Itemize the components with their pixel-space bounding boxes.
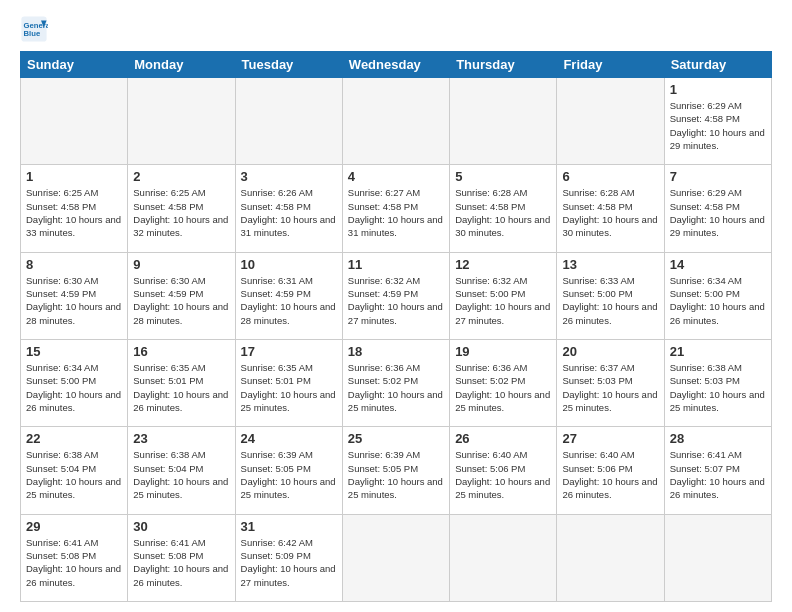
calendar-week-row-3: 8Sunrise: 6:30 AM Sunset: 4:59 PM Daylig… [21, 252, 772, 339]
day-number: 4 [348, 169, 444, 184]
header: General Blue [20, 15, 772, 43]
calendar-cell-2-6: 6Sunrise: 6:28 AM Sunset: 4:58 PM Daylig… [557, 165, 664, 252]
calendar-cell-5-6: 27Sunrise: 6:40 AM Sunset: 5:06 PM Dayli… [557, 427, 664, 514]
calendar-cell-2-3: 3Sunrise: 6:26 AM Sunset: 4:58 PM Daylig… [235, 165, 342, 252]
calendar-cell-6-5 [450, 514, 557, 601]
calendar-cell-1-6 [557, 78, 664, 165]
day-number: 12 [455, 257, 551, 272]
day-number: 21 [670, 344, 766, 359]
day-info: Sunrise: 6:32 AM Sunset: 4:59 PM Dayligh… [348, 274, 444, 327]
day-number: 26 [455, 431, 551, 446]
calendar-cell-1-3 [235, 78, 342, 165]
calendar-week-row-6: 29Sunrise: 6:41 AM Sunset: 5:08 PM Dayli… [21, 514, 772, 601]
svg-text:Blue: Blue [24, 29, 41, 38]
day-info: Sunrise: 6:34 AM Sunset: 5:00 PM Dayligh… [26, 361, 122, 414]
day-info: Sunrise: 6:31 AM Sunset: 4:59 PM Dayligh… [241, 274, 337, 327]
day-number: 1 [670, 82, 766, 97]
calendar-cell-6-4 [342, 514, 449, 601]
calendar-cell-2-4: 4Sunrise: 6:27 AM Sunset: 4:58 PM Daylig… [342, 165, 449, 252]
day-number: 29 [26, 519, 122, 534]
day-number: 30 [133, 519, 229, 534]
day-info: Sunrise: 6:34 AM Sunset: 5:00 PM Dayligh… [670, 274, 766, 327]
day-info: Sunrise: 6:38 AM Sunset: 5:04 PM Dayligh… [133, 448, 229, 501]
day-number: 25 [348, 431, 444, 446]
day-info: Sunrise: 6:38 AM Sunset: 5:04 PM Dayligh… [26, 448, 122, 501]
day-number: 7 [670, 169, 766, 184]
day-info: Sunrise: 6:41 AM Sunset: 5:07 PM Dayligh… [670, 448, 766, 501]
calendar-cell-3-2: 9Sunrise: 6:30 AM Sunset: 4:59 PM Daylig… [128, 252, 235, 339]
calendar-cell-2-5: 5Sunrise: 6:28 AM Sunset: 4:58 PM Daylig… [450, 165, 557, 252]
calendar-cell-4-4: 18Sunrise: 6:36 AM Sunset: 5:02 PM Dayli… [342, 339, 449, 426]
day-number: 24 [241, 431, 337, 446]
day-number: 16 [133, 344, 229, 359]
day-info: Sunrise: 6:25 AM Sunset: 4:58 PM Dayligh… [133, 186, 229, 239]
calendar-cell-1-1 [21, 78, 128, 165]
day-number: 3 [241, 169, 337, 184]
calendar-cell-4-2: 16Sunrise: 6:35 AM Sunset: 5:01 PM Dayli… [128, 339, 235, 426]
day-number: 13 [562, 257, 658, 272]
day-info: Sunrise: 6:30 AM Sunset: 4:59 PM Dayligh… [26, 274, 122, 327]
calendar-cell-3-4: 11Sunrise: 6:32 AM Sunset: 4:59 PM Dayli… [342, 252, 449, 339]
calendar-week-row-1: 1Sunrise: 6:29 AM Sunset: 4:58 PM Daylig… [21, 78, 772, 165]
day-info: Sunrise: 6:41 AM Sunset: 5:08 PM Dayligh… [26, 536, 122, 589]
day-number: 23 [133, 431, 229, 446]
calendar-cell-4-1: 15Sunrise: 6:34 AM Sunset: 5:00 PM Dayli… [21, 339, 128, 426]
calendar-header-monday: Monday [128, 52, 235, 78]
calendar-cell-1-5 [450, 78, 557, 165]
day-number: 8 [26, 257, 122, 272]
calendar-cell-5-2: 23Sunrise: 6:38 AM Sunset: 5:04 PM Dayli… [128, 427, 235, 514]
calendar-week-row-4: 15Sunrise: 6:34 AM Sunset: 5:00 PM Dayli… [21, 339, 772, 426]
day-number: 11 [348, 257, 444, 272]
calendar-header-saturday: Saturday [664, 52, 771, 78]
calendar-cell-5-7: 28Sunrise: 6:41 AM Sunset: 5:07 PM Dayli… [664, 427, 771, 514]
day-number: 1 [26, 169, 122, 184]
day-info: Sunrise: 6:29 AM Sunset: 4:58 PM Dayligh… [670, 99, 766, 152]
calendar-cell-2-2: 2Sunrise: 6:25 AM Sunset: 4:58 PM Daylig… [128, 165, 235, 252]
day-number: 15 [26, 344, 122, 359]
calendar-cell-5-4: 25Sunrise: 6:39 AM Sunset: 5:05 PM Dayli… [342, 427, 449, 514]
calendar-cell-3-1: 8Sunrise: 6:30 AM Sunset: 4:59 PM Daylig… [21, 252, 128, 339]
day-info: Sunrise: 6:28 AM Sunset: 4:58 PM Dayligh… [562, 186, 658, 239]
day-info: Sunrise: 6:39 AM Sunset: 5:05 PM Dayligh… [241, 448, 337, 501]
day-number: 10 [241, 257, 337, 272]
calendar-header-thursday: Thursday [450, 52, 557, 78]
calendar-cell-6-6 [557, 514, 664, 601]
calendar-cell-2-1: 1Sunrise: 6:25 AM Sunset: 4:58 PM Daylig… [21, 165, 128, 252]
day-info: Sunrise: 6:26 AM Sunset: 4:58 PM Dayligh… [241, 186, 337, 239]
day-number: 19 [455, 344, 551, 359]
calendar-week-row-5: 22Sunrise: 6:38 AM Sunset: 5:04 PM Dayli… [21, 427, 772, 514]
calendar-cell-3-3: 10Sunrise: 6:31 AM Sunset: 4:59 PM Dayli… [235, 252, 342, 339]
day-info: Sunrise: 6:29 AM Sunset: 4:58 PM Dayligh… [670, 186, 766, 239]
day-info: Sunrise: 6:27 AM Sunset: 4:58 PM Dayligh… [348, 186, 444, 239]
day-info: Sunrise: 6:35 AM Sunset: 5:01 PM Dayligh… [133, 361, 229, 414]
page: General Blue SundayMondayTuesdayWednesda… [0, 0, 792, 612]
calendar-header-wednesday: Wednesday [342, 52, 449, 78]
day-number: 22 [26, 431, 122, 446]
day-number: 31 [241, 519, 337, 534]
calendar-cell-4-3: 17Sunrise: 6:35 AM Sunset: 5:01 PM Dayli… [235, 339, 342, 426]
day-info: Sunrise: 6:36 AM Sunset: 5:02 PM Dayligh… [455, 361, 551, 414]
calendar-header-row: SundayMondayTuesdayWednesdayThursdayFrid… [21, 52, 772, 78]
calendar-week-row-2: 1Sunrise: 6:25 AM Sunset: 4:58 PM Daylig… [21, 165, 772, 252]
calendar-cell-6-1: 29Sunrise: 6:41 AM Sunset: 5:08 PM Dayli… [21, 514, 128, 601]
day-number: 6 [562, 169, 658, 184]
day-number: 20 [562, 344, 658, 359]
calendar-cell-1-2 [128, 78, 235, 165]
day-number: 28 [670, 431, 766, 446]
day-info: Sunrise: 6:28 AM Sunset: 4:58 PM Dayligh… [455, 186, 551, 239]
day-number: 18 [348, 344, 444, 359]
day-info: Sunrise: 6:40 AM Sunset: 5:06 PM Dayligh… [562, 448, 658, 501]
day-number: 17 [241, 344, 337, 359]
day-info: Sunrise: 6:32 AM Sunset: 5:00 PM Dayligh… [455, 274, 551, 327]
day-info: Sunrise: 6:38 AM Sunset: 5:03 PM Dayligh… [670, 361, 766, 414]
calendar-cell-4-5: 19Sunrise: 6:36 AM Sunset: 5:02 PM Dayli… [450, 339, 557, 426]
day-info: Sunrise: 6:40 AM Sunset: 5:06 PM Dayligh… [455, 448, 551, 501]
calendar-cell-5-1: 22Sunrise: 6:38 AM Sunset: 5:04 PM Dayli… [21, 427, 128, 514]
day-number: 9 [133, 257, 229, 272]
calendar-header-sunday: Sunday [21, 52, 128, 78]
calendar-header-tuesday: Tuesday [235, 52, 342, 78]
calendar-cell-5-5: 26Sunrise: 6:40 AM Sunset: 5:06 PM Dayli… [450, 427, 557, 514]
calendar-cell-1-4 [342, 78, 449, 165]
day-info: Sunrise: 6:42 AM Sunset: 5:09 PM Dayligh… [241, 536, 337, 589]
day-number: 14 [670, 257, 766, 272]
